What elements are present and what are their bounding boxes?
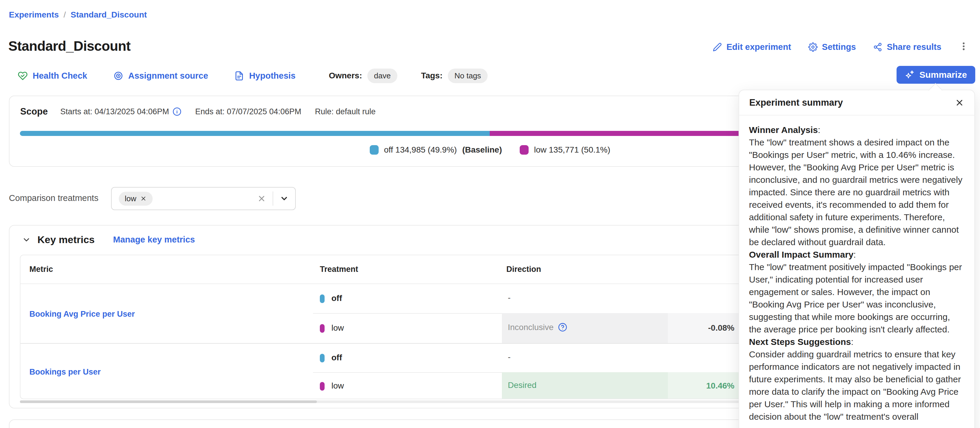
off-swatch bbox=[320, 295, 325, 303]
breadcrumb: Experiments / Standard_Discount bbox=[9, 10, 147, 20]
breadcrumb-link-current[interactable]: Standard_Discount bbox=[71, 10, 147, 20]
column-header-treatment: Treatment bbox=[320, 265, 358, 274]
panel-title: Experiment summary bbox=[749, 97, 843, 108]
owners-label: Owners: bbox=[329, 71, 362, 81]
section-text: Consider adding guardrail metrics to ens… bbox=[749, 348, 964, 423]
share-results-button[interactable]: Share results bbox=[873, 42, 942, 52]
target-icon bbox=[113, 71, 123, 81]
legend-item-off: off 134,985 (49.9%) (Baseline) bbox=[370, 145, 502, 155]
column-header-direction: Direction bbox=[506, 265, 541, 274]
health-check-link[interactable]: Health Check bbox=[18, 71, 87, 81]
column-header-metric: Metric bbox=[29, 265, 53, 274]
page-title: Standard_Discount bbox=[8, 38, 130, 54]
comparison-treatments-select[interactable]: low bbox=[111, 187, 296, 210]
gear-icon bbox=[808, 43, 818, 52]
allocation-segment-off bbox=[20, 131, 490, 136]
chevron-down-icon bbox=[22, 235, 31, 244]
tags-label: Tags: bbox=[421, 71, 443, 81]
more-options-button[interactable] bbox=[959, 41, 969, 52]
treatment-chip-low[interactable]: low bbox=[119, 192, 153, 206]
delta-value: 10.46% bbox=[668, 381, 734, 391]
select-divider bbox=[273, 192, 273, 206]
close-icon bbox=[257, 194, 266, 203]
summarize-button[interactable]: Summarize bbox=[897, 66, 975, 84]
help-icon[interactable] bbox=[558, 323, 567, 332]
off-swatch bbox=[320, 354, 325, 362]
legend-item-low: low 135,771 (50.1%) bbox=[520, 145, 610, 155]
assignment-source-link[interactable]: Assignment source bbox=[113, 71, 208, 81]
hypothesis-link[interactable]: Hypothesis bbox=[234, 71, 296, 81]
panel-body: Winner Analysis: The "low" treatment sho… bbox=[739, 116, 974, 423]
low-swatch bbox=[320, 382, 325, 391]
off-swatch bbox=[370, 145, 379, 155]
comparison-treatments-label: Comparison treatments bbox=[9, 193, 98, 203]
tags-pill[interactable]: No tags bbox=[448, 68, 488, 83]
section-heading: Winner Analysis: bbox=[749, 124, 964, 136]
low-swatch bbox=[320, 324, 325, 333]
direction-status: Desired bbox=[508, 380, 536, 390]
scope-title: Scope bbox=[20, 106, 48, 117]
tags-group: Tags: No tags bbox=[421, 68, 488, 83]
experiment-summary-panel: Experiment summary Winner Analysis: The … bbox=[738, 90, 975, 428]
section-heading: Overall Impact Summary: bbox=[749, 249, 964, 261]
section-text: The "low" treatment shows a desired impa… bbox=[749, 136, 964, 249]
manage-key-metrics-link[interactable]: Manage key metrics bbox=[113, 235, 195, 244]
header-actions: Edit experiment Settings Share results bbox=[713, 38, 969, 56]
owner-pill[interactable]: dave bbox=[368, 68, 397, 83]
scrollbar-thumb[interactable] bbox=[20, 400, 317, 403]
baseline-tag: (Baseline) bbox=[462, 145, 502, 155]
scope-header: Scope Starts at: 04/13/2025 04:06PM Ends… bbox=[20, 106, 389, 117]
section-text: The "low" treatment positively impacted … bbox=[749, 261, 964, 336]
share-icon bbox=[873, 43, 882, 52]
edit-experiment-button[interactable]: Edit experiment bbox=[713, 42, 791, 52]
scope-ends-at: Ends at: 07/07/2025 04:06PM bbox=[195, 107, 301, 116]
experiment-meta-row: Health Check Assignment source Hypothesi… bbox=[18, 67, 488, 85]
scope-rule: Rule: default rule bbox=[315, 107, 375, 116]
close-icon bbox=[955, 98, 964, 108]
chip-remove-icon[interactable] bbox=[140, 195, 147, 202]
breadcrumb-link-experiments[interactable]: Experiments bbox=[9, 10, 59, 20]
pencil-icon bbox=[713, 43, 722, 52]
owners-group: Owners: dave bbox=[329, 68, 397, 83]
heart-check-icon bbox=[18, 71, 28, 81]
panel-close-button[interactable] bbox=[955, 98, 964, 108]
scope-starts-at: Starts at: 04/13/2025 04:06PM bbox=[60, 107, 181, 116]
delta-value: -0.08% bbox=[668, 323, 734, 333]
settings-button[interactable]: Settings bbox=[808, 42, 856, 52]
clear-selection-button[interactable] bbox=[257, 194, 266, 203]
key-metrics-title: Key metrics bbox=[37, 234, 95, 246]
direction-status: Inconclusive bbox=[508, 323, 567, 332]
kebab-icon bbox=[959, 41, 969, 51]
low-swatch bbox=[520, 145, 528, 155]
collapse-section-button[interactable] bbox=[22, 235, 31, 244]
chevron-down-icon bbox=[280, 194, 289, 203]
sparkles-icon bbox=[905, 70, 914, 79]
section-heading: Next Steps Suggestions: bbox=[749, 336, 964, 348]
document-icon bbox=[234, 71, 244, 81]
select-dropdown-button[interactable] bbox=[280, 194, 289, 203]
info-icon[interactable] bbox=[173, 107, 181, 116]
breadcrumb-separator: / bbox=[64, 10, 66, 20]
